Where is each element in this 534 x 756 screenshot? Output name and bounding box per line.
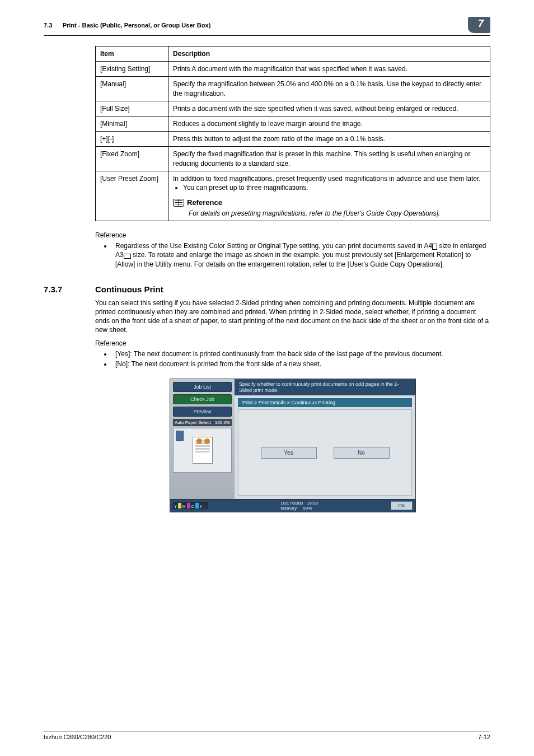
item-cell: [Manual] [96, 77, 168, 101]
section-body: You can select this setting if you have … [95, 298, 490, 335]
status-date: 10/17/2008 [280, 501, 303, 506]
header-section-number: 7.3 [44, 22, 52, 29]
desc-cell: In addition to fixed magnifications, pre… [168, 171, 490, 221]
table-row: [Minimal] Reduces a document slightly to… [96, 116, 490, 131]
memory-value: 99% [303, 506, 312, 511]
yes-button[interactable]: Yes [261, 447, 317, 459]
section-title: Continuous Print [95, 284, 163, 294]
section-number: 7.3.7 [44, 284, 83, 294]
preview-thumbnail [173, 428, 232, 473]
table-row: [Full Size] Prints a document with the s… [96, 101, 490, 116]
item-cell: [Fixed Zoom] [96, 147, 168, 171]
table-row: [Manual] Specify the magnification betwe… [96, 77, 490, 101]
job-list-button[interactable]: Job List [173, 382, 232, 392]
desc-cell: Specify the magnification between 25.0% … [168, 77, 490, 101]
reference-list: [Yes]: The next document is printed cont… [112, 349, 490, 368]
item-cell: [+][-] [96, 132, 168, 147]
reference-body: For details on presetting magnifications… [189, 209, 485, 218]
status-center: 10/17/2008 16:08 Memory 99% [280, 501, 318, 511]
footer-model: bizhub C360/C280/C220 [44, 734, 111, 740]
preview-button[interactable]: Preview [173, 407, 232, 417]
item-cell: [User Preset Zoom] [96, 171, 168, 221]
reference-title: Reference [187, 198, 222, 208]
reference-label: Reference [95, 231, 490, 239]
footer-page-number: 7-12 [478, 734, 490, 740]
screenshot-footer: Y M C K 10/17/2008 16:08 Memory 99% OK [170, 499, 415, 512]
table-row: [Fixed Zoom] Specify the fixed magnifica… [96, 147, 490, 171]
desc-cell: Specify the fixed magnification that is … [168, 147, 490, 171]
instruction-text: Specify whether to continuously print do… [235, 379, 415, 396]
check-job-button[interactable]: Check Job [173, 394, 232, 404]
page-header: 7.3 Print - Basic (Public, Personal, or … [44, 17, 490, 36]
main-options-area: Yes No [238, 409, 412, 495]
table-header-description: Description [168, 46, 490, 62]
reference-item: [No]: The next document is printed from … [112, 360, 490, 368]
header-section-label: 7.3 Print - Basic (Public, Personal, or … [44, 22, 210, 29]
book-icon [173, 199, 184, 207]
memory-label: Memory [280, 506, 297, 511]
device-screenshot: Job List Check Job Preview Auto Paper Se… [170, 379, 416, 512]
chapter-number-badge: 7 [468, 17, 490, 33]
status-time: 16:08 [307, 501, 318, 506]
table-row: [Existing Setting] Prints A document wit… [96, 62, 490, 77]
reference-item: Regardless of the Use Existing Color Set… [112, 241, 490, 269]
header-section-title: Print - Basic (Public, Personal, or Grou… [63, 22, 211, 29]
desc-cell: Prints A document with the magnification… [168, 62, 490, 77]
ok-button[interactable]: OK [391, 501, 413, 510]
reference-label: Reference [95, 339, 490, 347]
item-cell: [Minimal] [96, 116, 168, 131]
zoom-settings-table: Item Description [Existing Setting] Prin… [95, 46, 490, 221]
inline-reference: Reference For details on presetting magn… [173, 198, 485, 218]
desc-bullet: You can preset up to three magnification… [183, 183, 485, 192]
toner-levels: Y M C K [173, 502, 208, 509]
reference-item: [Yes]: The next document is printed cont… [112, 349, 490, 358]
no-button[interactable]: No [334, 447, 390, 459]
section-heading: 7.3.7 Continuous Print [44, 284, 490, 294]
stack-icon [176, 431, 184, 441]
desc-cell: Reduces a document slightly to leave mar… [168, 116, 490, 131]
table-row: [+][-] Press this button to adjust the z… [96, 132, 490, 147]
auto-paper-label: Auto Paper Select 100.0% [173, 419, 232, 426]
landscape-icon [124, 254, 131, 259]
page-footer: bizhub C360/C280/C220 7-12 [44, 731, 490, 740]
screenshot-sidebar: Job List Check Job Preview Auto Paper Se… [170, 379, 235, 499]
table-row: [User Preset Zoom] In addition to fixed … [96, 171, 490, 221]
desc-cell: Press this button to adjust the zoom rat… [168, 132, 490, 147]
table-header-item: Item [96, 46, 168, 62]
item-cell: [Full Size] [96, 101, 168, 116]
desc-text: In addition to fixed magnifications, pre… [173, 175, 481, 183]
item-cell: [Existing Setting] [96, 62, 168, 77]
reference-list: Regardless of the Use Existing Color Set… [112, 241, 490, 269]
breadcrumb: Print > Print Details > Continuous Print… [238, 398, 412, 407]
portrait-icon [432, 244, 437, 250]
desc-cell: Prints a document with the size specifie… [168, 101, 490, 116]
